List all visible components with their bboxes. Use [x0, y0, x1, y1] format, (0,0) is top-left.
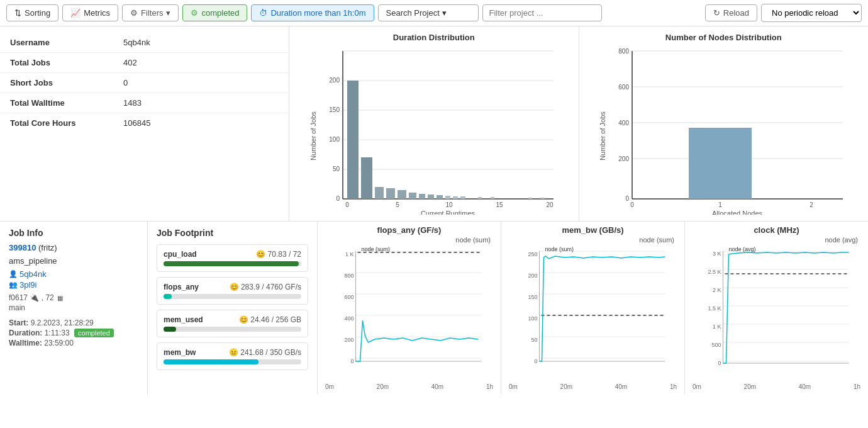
svg-text:0: 0 — [336, 195, 340, 202]
svg-text:0: 0 — [350, 358, 353, 364]
user1-link[interactable]: 5qb4nk — [19, 269, 47, 279]
reload-label: Reload — [723, 8, 749, 18]
job-info-panel: Job Info 399810 (fritz) ams_pipeline 👤 5… — [0, 222, 148, 394]
flops-ts-svg: 0 200 400 600 800 1 K node (sum) — [323, 245, 496, 383]
stats-row-username: Username 5qb4nk — [0, 33, 289, 53]
svg-text:150: 150 — [329, 106, 340, 113]
svg-text:0: 0 — [534, 358, 537, 364]
totaljobs-value: 402 — [123, 58, 137, 67]
nodes-chart-container: Number of Nodes Distribution Number of J… — [579, 26, 869, 221]
sorting-button[interactable]: Sorting — [6, 4, 58, 21]
status-badge: completed — [74, 329, 114, 337]
periodic-reload-select[interactable]: No periodic reload — [761, 4, 862, 22]
svg-text:node (sum): node (sum) — [362, 246, 391, 252]
metric-header-mem-used: mem_used 😊 24.46 / 256 GB — [164, 315, 301, 324]
flops-node-label: node (sum) — [323, 236, 496, 244]
svg-rect-14 — [361, 157, 372, 199]
duration-chart-container: Duration Distribution Number of Jobs 0 5… — [289, 26, 579, 221]
membw-x-1h: 1h — [670, 383, 677, 390]
mem-bw-bar-fill — [164, 359, 259, 364]
start-label: Start: — [9, 318, 28, 327]
svg-text:15: 15 — [496, 201, 503, 208]
svg-text:Allocated Nodes: Allocated Nodes — [712, 210, 763, 215]
svg-text:50: 50 — [531, 337, 537, 343]
membw-timeseries-panel: mem_bw (GB/s) node (sum) 0 50 100 150 20… — [501, 222, 685, 394]
clock-x-1h: 1h — [854, 383, 860, 390]
membw-ts-title: mem_bw (GB/s) — [506, 225, 679, 235]
user2-row: 👥 3pl9i — [9, 280, 138, 290]
shortjobs-label: Short Jobs — [10, 78, 123, 87]
svg-text:20: 20 — [546, 201, 554, 208]
start-row: Start: 9.2.2023, 21:28:29 — [9, 318, 138, 327]
filter-project-input[interactable] — [482, 4, 602, 21]
walltime-text-label: Walltime: — [9, 339, 42, 347]
svg-text:200: 200 — [528, 273, 537, 279]
svg-text:Number of Jobs: Number of Jobs — [309, 111, 317, 160]
reload-button[interactable]: ↻ Reload — [705, 4, 757, 21]
walltime-row: Walltime: 23:59:00 — [9, 339, 138, 347]
svg-text:3 K: 3 K — [713, 251, 721, 257]
svg-text:0: 0 — [345, 201, 349, 208]
node-count-value: , 72 — [42, 293, 54, 302]
membw-ts-svg: 0 50 100 150 200 250 node (sum) — [506, 245, 679, 383]
stats-row-corehours: Total Core Hours 106845 — [0, 113, 289, 133]
filters-button[interactable]: ⚙ Filters ▾ — [122, 4, 179, 21]
svg-text:5: 5 — [396, 201, 399, 208]
svg-text:400: 400 — [619, 120, 630, 127]
metric-header-cpu-load: cpu_load 😊 70.83 / 72 — [164, 250, 301, 259]
mem-bw-value: 😐 241.68 / 350 GB/s — [229, 348, 301, 357]
flops-x-0m: 0m — [325, 383, 334, 390]
search-project-dropdown[interactable]: Search Project ▾ — [378, 4, 479, 21]
svg-text:node (avg): node (avg) — [729, 246, 756, 252]
partition-row: main — [9, 303, 138, 312]
clock-ts-svg: 0 500 1 K 1.5 K 2 K 2.5 K 3 K node (avg) — [690, 245, 863, 383]
filters-dropdown-icon: ▾ — [166, 8, 170, 18]
svg-rect-20 — [428, 194, 434, 199]
chip-icon: ▦ — [57, 295, 63, 301]
svg-text:0: 0 — [626, 195, 630, 202]
flops-x-40m: 40m — [431, 383, 443, 390]
completed-label: completed — [201, 8, 239, 18]
svg-rect-17 — [398, 190, 406, 199]
users-row: 👤 5qb4nk 👥 3pl9i — [9, 269, 138, 290]
membw-x-40m: 40m — [615, 383, 627, 390]
top-row: Username 5qb4nk Total Jobs 402 Short Job… — [0, 26, 868, 222]
svg-text:1 K: 1 K — [345, 251, 354, 257]
duration-button[interactable]: ⏱ Duration more than 1h:0m — [251, 4, 374, 21]
membw-x-0m: 0m — [509, 383, 518, 390]
clock-x-0m: 0m — [693, 383, 701, 390]
clock-x-40m: 40m — [799, 383, 811, 390]
corehours-label: Total Core Hours — [10, 118, 123, 128]
svg-text:200: 200 — [344, 337, 353, 343]
svg-rect-25 — [478, 197, 482, 199]
start-value: 9.2.2023, 21:28:29 — [31, 318, 94, 327]
svg-rect-24 — [460, 196, 465, 199]
duration-text-label: Duration: — [9, 329, 42, 337]
job-info-title: Job Info — [9, 228, 138, 238]
totaljobs-label: Total Jobs — [10, 58, 123, 67]
metric-header-flops: flops_any 😊 283.9 / 4760 GF/s — [164, 283, 301, 291]
clock-node-label: node (avg) — [690, 236, 863, 244]
svg-rect-27 — [528, 198, 532, 199]
user2-link[interactable]: 3pl9i — [19, 280, 36, 290]
job-id-row: 399810 (fritz) — [9, 243, 138, 252]
duration-label: Duration more than 1h:0m — [270, 8, 365, 18]
flops-ts-title: flops_any (GF/s) — [323, 225, 496, 235]
reload-icon: ↻ — [713, 8, 720, 18]
main-content: Username 5qb4nk Total Jobs 402 Short Job… — [0, 26, 868, 394]
svg-rect-28 — [541, 198, 545, 199]
svg-text:800: 800 — [344, 273, 353, 279]
filters-label: Filters — [141, 8, 163, 18]
job-id-link[interactable]: 399810 — [9, 243, 36, 252]
svg-rect-26 — [491, 197, 494, 199]
svg-text:2.5 K: 2.5 K — [708, 269, 721, 275]
stats-table: Username 5qb4nk Total Jobs 402 Short Job… — [0, 26, 289, 221]
completed-button[interactable]: ⚙ completed — [182, 4, 247, 21]
svg-text:0: 0 — [630, 201, 634, 208]
svg-text:10: 10 — [445, 201, 453, 208]
duration-icon: ⏱ — [259, 8, 267, 18]
svg-text:100: 100 — [329, 136, 340, 143]
svg-rect-22 — [445, 196, 450, 199]
metrics-button[interactable]: 📈 Metrics — [62, 4, 118, 21]
walltime-label: Total Walltime — [10, 98, 123, 108]
